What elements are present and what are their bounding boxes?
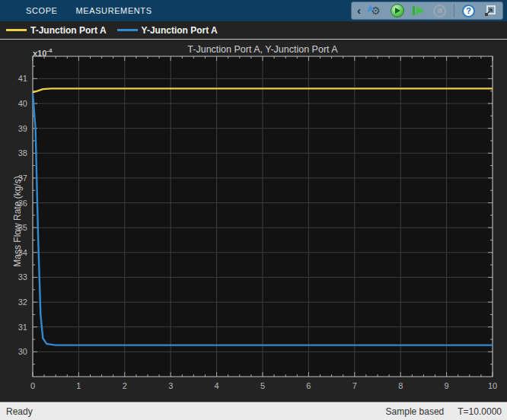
svg-text:3: 3 bbox=[168, 381, 173, 390]
svg-text:8: 8 bbox=[398, 381, 403, 390]
legend-label: Y-Junction Port A bbox=[142, 25, 218, 36]
svg-text:0: 0 bbox=[30, 381, 35, 390]
help-icon: ? bbox=[462, 5, 475, 18]
run-button[interactable] bbox=[390, 4, 404, 18]
svg-text:39: 39 bbox=[18, 124, 27, 133]
svg-text:1: 1 bbox=[76, 381, 81, 390]
legend-bar: T-Junction Port A Y-Junction Port A bbox=[0, 21, 507, 40]
y-axis-multiplier: x10-4 bbox=[33, 47, 52, 58]
help-button[interactable]: ? bbox=[461, 4, 476, 18]
svg-text:41: 41 bbox=[18, 74, 27, 83]
plot-region: T-Junction Port A, Y-Junction Port A x10… bbox=[0, 40, 507, 402]
stop-button[interactable] bbox=[432, 4, 447, 18]
svg-text:31: 31 bbox=[18, 323, 27, 332]
y-axis-label: Mass Flow Rate (kg/s) bbox=[12, 161, 23, 282]
legend-swatch-t-junction bbox=[6, 29, 27, 31]
legend-item-y-junction[interactable]: Y-Junction Port A bbox=[117, 25, 218, 36]
quick-access-toolbar: ‹ ⚙ ? bbox=[351, 2, 503, 20]
svg-text:38: 38 bbox=[18, 148, 27, 158]
svg-text:7: 7 bbox=[352, 381, 357, 390]
status-ready-text: Ready bbox=[6, 406, 386, 417]
svg-text:30: 30 bbox=[18, 347, 27, 356]
dock-window-button[interactable] bbox=[483, 4, 497, 18]
legend-swatch-y-junction bbox=[117, 29, 138, 31]
run-icon bbox=[391, 4, 404, 18]
status-sample-mode: Sample based bbox=[386, 406, 445, 417]
svg-text:2: 2 bbox=[123, 381, 127, 390]
step-forward-button[interactable] bbox=[411, 4, 426, 18]
svg-text:6: 6 bbox=[306, 381, 311, 390]
toolbar-separator bbox=[454, 4, 454, 18]
svg-text:9: 9 bbox=[445, 381, 449, 390]
svg-text:5: 5 bbox=[260, 381, 265, 390]
toolstrip-tabbar: SCOPE MEASUREMENTS ‹ ⚙ ? bbox=[0, 0, 507, 21]
tab-measurements[interactable]: MEASUREMENTS bbox=[67, 0, 161, 21]
svg-text:32: 32 bbox=[18, 298, 27, 307]
svg-text:4: 4 bbox=[215, 381, 219, 390]
svg-text:10: 10 bbox=[488, 381, 497, 390]
scope-plot-canvas[interactable]: 012345678910303132333435363738394041 bbox=[0, 40, 507, 402]
plot-title: T-Junction Port A, Y-Junction Port A bbox=[33, 44, 493, 55]
toolstrip-collapse-chevron-icon[interactable]: ‹ bbox=[357, 2, 361, 19]
svg-text:40: 40 bbox=[18, 99, 27, 108]
legend-item-t-junction[interactable]: T-Junction Port A bbox=[6, 25, 107, 36]
dock-window-icon bbox=[483, 5, 496, 18]
tab-scope[interactable]: SCOPE bbox=[17, 0, 67, 21]
legend-label: T-Junction Port A bbox=[30, 25, 107, 36]
status-bar: Ready Sample based T=10.0000 bbox=[0, 402, 507, 420]
scope-window: SCOPE MEASUREMENTS ‹ ⚙ ? T-Junction bbox=[0, 0, 507, 420]
simulation-settings-icon[interactable]: ⚙ bbox=[368, 4, 383, 18]
status-simulation-time: T=10.0000 bbox=[458, 406, 502, 417]
stop-icon bbox=[433, 5, 446, 18]
